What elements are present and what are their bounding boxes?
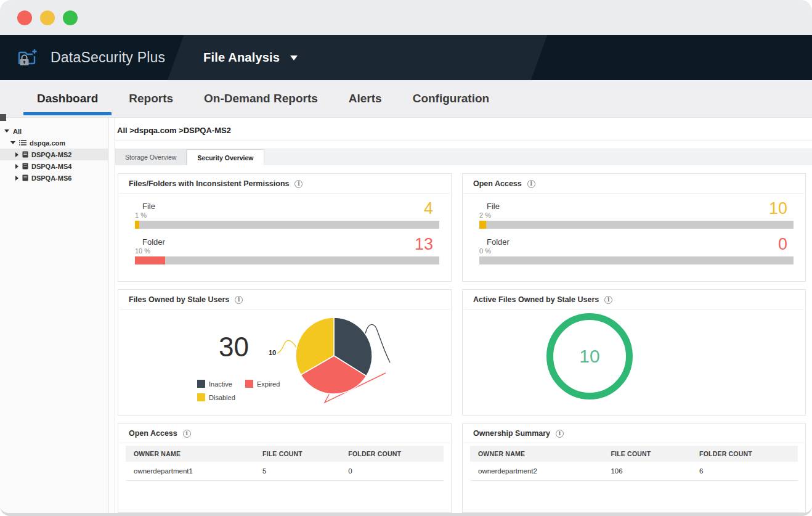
progress-bar-fill (479, 221, 486, 229)
card-open-access-table: Open Access OWNER NAME FILE COUNT FOLDER… (118, 423, 452, 513)
domain-icon (19, 139, 26, 146)
stat-percent: 2 % (479, 211, 500, 219)
legend-label: Inactive (209, 380, 232, 388)
server-icon (22, 163, 28, 170)
info-icon[interactable] (527, 180, 535, 188)
stat-file: File 2 % 10 (479, 202, 794, 229)
nav-configuration[interactable]: Configuration (413, 92, 490, 105)
info-icon[interactable] (183, 430, 191, 438)
caret-right-icon[interactable] (15, 164, 18, 169)
server-icon (22, 151, 28, 158)
stat-value: 0 (778, 236, 787, 253)
table-header-row: OWNER NAME FILE COUNT FOLDER COUNT (470, 446, 798, 462)
tree-node-server[interactable]: DSPQA-MS4 (0, 160, 108, 172)
col-file-count: FILE COUNT (254, 446, 340, 462)
table-header-row: OWNER NAME FILE COUNT FOLDER COUNT (126, 446, 444, 462)
table-row: ownerdepartment2 106 6 (470, 462, 798, 481)
datasecurity-logo-icon (15, 47, 39, 68)
info-icon[interactable] (235, 296, 243, 304)
overview-tabs: Storage Overview Security Overview (115, 149, 812, 165)
cell-folder-count: 0 (340, 462, 444, 480)
stat-label: Folder (142, 237, 165, 247)
window-titlebar (0, 0, 812, 35)
cell-folder-count: 6 (691, 462, 798, 480)
legend-item-inactive[interactable]: Inactive (197, 380, 245, 388)
stat-file: File 1 % 4 (135, 202, 439, 229)
tree-node-label: DSPQA-MS2 (31, 151, 71, 158)
stat-label: File (487, 202, 500, 211)
stat-percent: 1 % (135, 211, 155, 219)
cards-grid: Files/Folders with Inconsistent Permissi… (115, 165, 812, 513)
tab-security-overview[interactable]: Security Overview (187, 149, 264, 165)
info-icon[interactable] (604, 296, 612, 304)
stat-label: File (142, 202, 155, 211)
card-files-owned-by-stale-users: Files Owned by Stale Users 30 10 (118, 289, 452, 416)
card-open-access-bars: Open Access File 2 % 10 (462, 173, 806, 282)
card-title: Active Files Owned by Stale Users (473, 295, 599, 304)
app-window: DataSecurity Plus File Analysis Dashboar… (0, 0, 812, 516)
module-switcher[interactable]: File Analysis (203, 35, 298, 80)
card-ownership-summary: Ownership Summary OWNER NAME FILE COUNT … (462, 423, 806, 513)
active-files-donut-chart: 10 (546, 313, 633, 399)
tree-node-label: dspqa.com (30, 139, 65, 147)
progress-bar (479, 221, 794, 229)
tree-node-server[interactable]: DSPQA-MS6 (0, 172, 108, 184)
info-icon[interactable] (294, 180, 302, 188)
nav-dashboard[interactable]: Dashboard (37, 92, 98, 105)
legend-swatch (245, 380, 253, 388)
tree-node-domain[interactable]: dspqa.com (0, 137, 108, 149)
breadcrumb[interactable]: All >dspqa.com >DSPQA-MS2 (115, 118, 812, 141)
caret-down-icon[interactable] (10, 141, 15, 144)
brand: DataSecurity Plus (15, 35, 165, 80)
nav-reports[interactable]: Reports (129, 92, 173, 105)
brand-name: DataSecurity Plus (51, 49, 165, 66)
tree-node-server-selected[interactable]: DSPQA-MS2 (0, 149, 108, 160)
donut-value: 10 (579, 346, 599, 367)
stat-folder: Folder 0 % 0 (479, 237, 794, 264)
col-file-count: FILE COUNT (603, 446, 691, 462)
card-active-files-stale-users: Active Files Owned by Stale Users 10 (462, 289, 806, 416)
stat-percent: 0 % (479, 247, 510, 255)
progress-bar (135, 256, 439, 264)
nav-on-demand-reports[interactable]: On-Demand Reports (204, 92, 318, 105)
card-title: Open Access (473, 179, 522, 188)
chevron-down-icon (290, 55, 298, 60)
stat-percent: 10 % (135, 247, 165, 255)
caret-down-icon[interactable] (4, 129, 9, 133)
stat-value: 13 (415, 236, 433, 253)
legend-label: Expired (257, 380, 280, 388)
close-window-button[interactable] (17, 10, 32, 25)
legend-swatch (197, 380, 205, 388)
card-title: Files Owned by Stale Users (129, 295, 229, 304)
tree-node-label: All (13, 128, 22, 135)
zoom-window-button[interactable] (63, 10, 78, 25)
card-title: Open Access (129, 429, 177, 438)
caret-right-icon[interactable] (15, 152, 18, 157)
legend-label: Disabled (209, 394, 235, 401)
dashboard-content: All >dspqa.com >DSPQA-MS2 Storage Overvi… (115, 118, 812, 513)
tab-storage-overview[interactable]: Storage Overview (115, 149, 187, 165)
table-row: ownerdepartment1 5 0 (126, 462, 444, 481)
ownership-summary-table: OWNER NAME FILE COUNT FOLDER COUNT owner… (470, 446, 798, 481)
cell-file-count: 5 (254, 462, 340, 480)
tree-node-label: DSPQA-MS4 (31, 163, 71, 170)
progress-bar-fill (135, 256, 165, 264)
legend-item-expired[interactable]: Expired (245, 380, 293, 388)
caret-right-icon[interactable] (15, 176, 18, 181)
app-header: DataSecurity Plus File Analysis (0, 35, 812, 80)
col-owner-name: OWNER NAME (470, 446, 603, 462)
stat-label: Folder (487, 237, 510, 247)
server-tree: All dspqa.com (0, 125, 108, 184)
legend-item-disabled[interactable]: Disabled (197, 393, 245, 401)
minimize-window-button[interactable] (40, 10, 55, 25)
cell-file-count: 106 (603, 462, 691, 480)
nav-alerts[interactable]: Alerts (349, 92, 382, 105)
panel-resize-handle[interactable] (0, 114, 6, 121)
stat-folder: Folder 10 % 13 (135, 237, 439, 264)
info-icon[interactable] (556, 430, 564, 438)
server-icon (22, 174, 28, 181)
col-owner-name: OWNER NAME (126, 446, 254, 462)
card-inconsistent-permissions: Files/Folders with Inconsistent Permissi… (118, 173, 452, 282)
tree-node-all[interactable]: All (0, 125, 108, 137)
server-tree-sidebar: All dspqa.com (0, 118, 108, 513)
